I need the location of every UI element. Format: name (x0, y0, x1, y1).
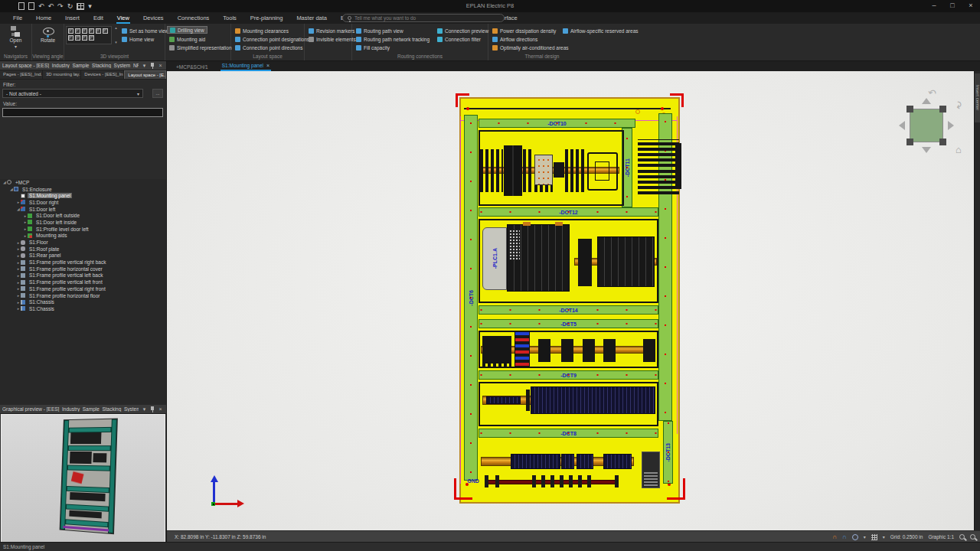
menu-tools[interactable]: Tools (216, 12, 243, 24)
view-up-arrow[interactable] (922, 98, 931, 104)
tree-item[interactable]: S1:Door left inside (0, 219, 166, 226)
side-mounted-breakers[interactable] (638, 170, 679, 194)
home-view-icon[interactable]: ⌂ (956, 144, 962, 155)
tab-devices[interactable]: Devices - [EES]_In... (81, 70, 124, 79)
tree-item-selected[interactable]: S1:Mounting panel (0, 192, 166, 199)
panel-menu-icon[interactable]: ▾ (141, 63, 148, 69)
pin-icon[interactable] (150, 63, 155, 69)
panel-close-icon[interactable]: × (157, 63, 164, 68)
view-cube-corner[interactable] (939, 139, 946, 145)
cube-view-icon[interactable] (75, 35, 80, 41)
wire-duct-dct10[interactable]: -DCT10 (479, 119, 635, 128)
tell-me-search[interactable]: Tell me what you want to do (342, 14, 505, 22)
tab-close-icon[interactable]: × (266, 63, 270, 68)
panel-close-icon[interactable]: × (157, 406, 164, 412)
tree-item[interactable]: Mounting aids (0, 233, 166, 240)
revision-markers-button[interactable]: Revision markers (306, 27, 357, 34)
relay[interactable] (603, 339, 616, 362)
scroll-down-icon[interactable]: ▾ (115, 41, 117, 44)
view-cube-corner[interactable] (906, 106, 913, 112)
home-view-button[interactable]: Home view (119, 35, 156, 43)
object-snap-icon[interactable]: ∩ (842, 534, 847, 540)
cube-view-icon[interactable] (82, 35, 87, 41)
menu-insert[interactable]: Insert (58, 12, 87, 24)
power-dissipation-density-button[interactable]: Power dissipation density (490, 27, 558, 34)
circuit-breaker-group[interactable] (480, 149, 503, 192)
tree-item[interactable]: S1:Door right (0, 199, 166, 206)
tab-layout-space[interactable]: Layout space - [E... (124, 70, 166, 79)
minimize-button[interactable]: – (925, 0, 943, 12)
io-module[interactable] (578, 239, 592, 286)
cube-view-icon[interactable] (82, 28, 87, 34)
rotate-button[interactable]: Rotate (32, 26, 64, 43)
tree-item[interactable]: S1:Frame profile vertical right back (0, 259, 166, 266)
tree-item[interactable]: S1:Enclosure (0, 186, 166, 193)
tree-item[interactable]: S1:Frame profile vertical left back (0, 272, 166, 279)
connection-point-designations-button[interactable]: Connection point designations (233, 35, 312, 43)
value-input[interactable] (2, 108, 163, 117)
tree-item[interactable]: S1:Roof plate (0, 246, 166, 253)
menu-view[interactable]: View (110, 12, 136, 24)
circuit-breaker-group[interactable] (565, 149, 584, 192)
connection-filter-button[interactable]: Connection filter (435, 35, 483, 43)
close-button[interactable]: × (962, 0, 980, 12)
panel-menu-icon[interactable]: ▾ (141, 406, 148, 412)
invisible-elements-button[interactable]: Invisible elements (306, 35, 358, 43)
snap-icon[interactable]: ∩ (832, 534, 837, 540)
tree-item[interactable]: S1:Frame profile horizontal floor (0, 292, 166, 299)
contactor[interactable] (504, 145, 522, 196)
view-cube-corner[interactable] (939, 106, 946, 112)
airflow-directions-button[interactable]: Airflow directions (490, 35, 540, 43)
terminal-block-strip[interactable] (531, 386, 655, 414)
connector[interactable] (554, 162, 564, 178)
power-supply[interactable] (642, 452, 660, 488)
tree-item[interactable]: S1:Chassis (0, 298, 166, 305)
tree-item[interactable]: S1:Door left (0, 206, 166, 213)
simplified-representation-button[interactable]: Simplified representation (167, 44, 234, 51)
grid-size[interactable]: Grid: 0.2500 in (890, 534, 923, 540)
wire-duct-dct13[interactable]: -DCT13 (663, 421, 673, 484)
tree-item[interactable]: S1:Rear panel (0, 253, 166, 259)
mounting-panel-drawing[interactable]: -DCT6 -DCT13 -DCT11 -DCT10 -DCT12 -DCT14 (459, 97, 680, 504)
terminal-block-strip[interactable] (561, 454, 574, 469)
terminal-marker-block[interactable] (514, 331, 530, 367)
tree-item[interactable]: S1:Chassis (0, 305, 166, 312)
view-cube[interactable]: ↶ ↷ ⌂ (896, 92, 969, 162)
tree-item[interactable]: S1:Frame profile vertical left front (0, 279, 166, 285)
menu-pre-planning[interactable]: Pre-planning (243, 12, 290, 24)
io-module-group[interactable] (597, 236, 655, 287)
relay[interactable] (643, 339, 655, 362)
preview-canvas[interactable] (1, 414, 165, 549)
view-cube-face[interactable] (910, 109, 943, 142)
wire-duct-dct14[interactable]: -DCT14 (479, 305, 658, 315)
wire-duct-dct9[interactable]: -DCT9 (479, 370, 658, 380)
menu-home[interactable]: Home (29, 12, 58, 24)
relay[interactable] (583, 339, 595, 362)
terminal-block-strip[interactable] (577, 454, 593, 469)
tab-pages[interactable]: Pages - [EES]_Ind... (0, 70, 43, 79)
menu-devices[interactable]: Devices (136, 12, 171, 24)
maximize-button[interactable]: □ (943, 0, 962, 12)
routing-path-view-button[interactable]: Routing path view (354, 27, 406, 34)
relay[interactable] (538, 339, 550, 362)
pin-icon[interactable] (150, 406, 155, 412)
connection-point-directions-button[interactable]: Connection point directions (233, 44, 305, 51)
view-cube-corner[interactable] (906, 139, 913, 145)
graphic-scale[interactable]: Graphic 1:1 (928, 534, 954, 540)
wire-duct-dct12[interactable]: -DCT12 (479, 207, 658, 217)
cube-view-icon[interactable] (89, 35, 94, 41)
routing-path-network-tracking-button[interactable]: Routing path network tracking (354, 35, 432, 43)
mounting-aid-button[interactable]: Mounting aid (167, 35, 207, 43)
doc-tab-mounting-panel[interactable]: S1:Mounting panel× (220, 61, 271, 71)
open-navigator-button[interactable]: Open ▾ (0, 26, 31, 49)
wire-duct-dct6[interactable]: -DCT6 (464, 115, 478, 481)
wire-duct-dct5[interactable]: -DCT5 (479, 319, 658, 328)
coordinate-dropdown-icon[interactable]: ▾ (864, 534, 866, 540)
wire-duct-dct8[interactable]: -DCT8 (479, 429, 658, 438)
cube-view-icon[interactable] (68, 28, 74, 34)
menu-master-data[interactable]: Master data (289, 12, 334, 24)
tree-item[interactable]: S1:Door left outside (0, 212, 166, 219)
menu-connections[interactable]: Connections (171, 12, 217, 24)
tree-item[interactable]: S1:Floor (0, 239, 166, 246)
cube-view-icon[interactable] (68, 35, 74, 41)
